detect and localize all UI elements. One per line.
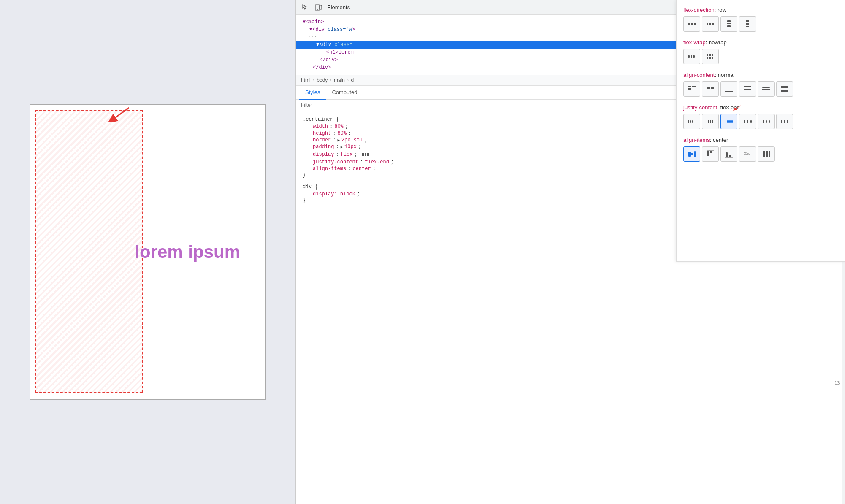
devtools-panel: Elements ▼<main> ▼<div class="w> ··· ▼<d… [295, 0, 845, 504]
preview-panel: lorem ipsum [0, 0, 295, 504]
svg-rect-25 [709, 54, 711, 56]
svg-rect-49 [710, 120, 711, 123]
justify-content-section: justify-content: flex-end [683, 104, 838, 129]
align-content-end-btn[interactable] [720, 81, 737, 97]
align-content-label: align-content: normal [683, 72, 838, 78]
svg-rect-5 [362, 153, 364, 156]
svg-text:T: T [748, 153, 749, 155]
breadcrumb-body[interactable]: body [317, 77, 328, 83]
device-icon[interactable] [314, 3, 323, 12]
justify-content-center-btn[interactable] [702, 114, 719, 129]
svg-rect-7 [367, 153, 369, 156]
svg-rect-3 [320, 5, 322, 9]
svg-rect-29 [712, 57, 713, 59]
svg-rect-50 [712, 120, 713, 123]
breadcrumb-d[interactable]: d [351, 77, 354, 83]
justify-content-label: justify-content: flex-end [683, 104, 838, 111]
tab-styles[interactable]: Styles [299, 86, 326, 100]
svg-rect-43 [781, 86, 788, 88]
arrow-indicator [108, 106, 133, 124]
svg-rect-51 [727, 120, 729, 123]
align-content-center-btn[interactable] [702, 81, 719, 97]
svg-rect-17 [727, 25, 731, 27]
flex-direction-row-btn[interactable] [683, 16, 700, 32]
align-items-stretch-btn[interactable] [758, 146, 775, 162]
justify-content-flex-end-btn[interactable] [720, 114, 737, 129]
svg-rect-35 [725, 91, 729, 92]
svg-rect-44 [781, 90, 788, 92]
breadcrumb-main[interactable]: main [334, 77, 345, 83]
flex-icon[interactable] [362, 151, 369, 158]
svg-rect-23 [693, 55, 695, 58]
svg-rect-57 [747, 120, 748, 123]
svg-rect-19 [746, 23, 749, 25]
svg-rect-28 [709, 57, 711, 59]
svg-rect-22 [691, 55, 692, 58]
div-selector: div { [303, 184, 318, 190]
align-content-start-btn[interactable] [683, 81, 700, 97]
flex-direction-row-reverse-btn[interactable] [702, 16, 719, 32]
svg-rect-78 [766, 151, 768, 157]
flex-wrap-buttons [683, 49, 838, 64]
flex-wrap-wrap-btn[interactable] [702, 49, 719, 64]
align-items-baseline-btn[interactable]: T T [739, 146, 756, 162]
align-items-start-btn[interactable] [702, 146, 719, 162]
align-items-section: align-items: center [683, 137, 838, 162]
flex-direction-column-reverse-btn[interactable] [739, 16, 756, 32]
svg-rect-36 [729, 91, 733, 92]
svg-rect-16 [727, 23, 731, 24]
svg-rect-10 [694, 23, 696, 25]
inner-container-highlight [35, 110, 143, 393]
flex-wrap-nowrap-btn[interactable] [683, 49, 700, 64]
svg-rect-72 [729, 155, 731, 157]
align-content-buttons [683, 81, 838, 97]
svg-rect-12 [709, 23, 711, 25]
svg-rect-62 [781, 120, 782, 123]
svg-rect-45 [688, 120, 689, 123]
tab-computed[interactable]: Computed [326, 86, 363, 100]
breadcrumb-html[interactable]: html [301, 77, 311, 83]
svg-rect-21 [688, 55, 690, 58]
elements-tab[interactable]: Elements [327, 4, 350, 11]
svg-rect-33 [707, 87, 710, 89]
svg-rect-39 [744, 92, 751, 92]
svg-rect-59 [763, 120, 764, 123]
preview-container: lorem ipsum [30, 104, 266, 400]
lorem-ipsum-text: lorem ipsum [135, 242, 240, 262]
svg-rect-58 [750, 120, 752, 123]
svg-rect-30 [688, 86, 691, 87]
flex-direction-buttons [683, 16, 838, 32]
svg-rect-9 [691, 23, 693, 25]
justify-content-space-between-btn[interactable] [739, 114, 756, 129]
flex-wrap-section: flex-wrap: nowrap [683, 39, 838, 64]
align-content-space-between-btn[interactable] [739, 81, 756, 97]
svg-rect-20 [746, 26, 749, 27]
svg-rect-27 [707, 57, 708, 59]
svg-rect-61 [769, 120, 770, 123]
svg-rect-32 [688, 88, 691, 90]
justify-content-space-around-btn[interactable] [758, 114, 775, 129]
align-items-end-btn[interactable] [720, 146, 737, 162]
align-content-stretch-btn[interactable] [776, 81, 793, 97]
align-content-section: align-content: normal [683, 72, 838, 97]
svg-rect-69 [710, 151, 712, 153]
line-number-13: 13 [834, 380, 840, 386]
svg-rect-11 [707, 23, 708, 25]
flex-wrap-label: flex-wrap: nowrap [683, 39, 838, 46]
svg-rect-41 [762, 89, 770, 90]
align-items-center-btn[interactable] [683, 146, 700, 162]
svg-rect-53 [731, 120, 733, 123]
svg-rect-15 [727, 20, 731, 22]
svg-rect-66 [691, 153, 693, 155]
svg-rect-18 [746, 20, 749, 22]
svg-rect-79 [769, 151, 770, 157]
inspect-icon[interactable] [300, 3, 309, 12]
flex-direction-label: flex-direction: row [683, 7, 838, 13]
justify-content-start-btn[interactable] [683, 114, 700, 129]
align-content-space-around-btn[interactable] [758, 81, 775, 97]
svg-text:T: T [744, 152, 747, 156]
svg-line-1 [116, 108, 129, 117]
justify-content-space-evenly-btn[interactable] [776, 114, 793, 129]
svg-rect-6 [365, 153, 366, 156]
flex-direction-column-btn[interactable] [720, 16, 737, 32]
